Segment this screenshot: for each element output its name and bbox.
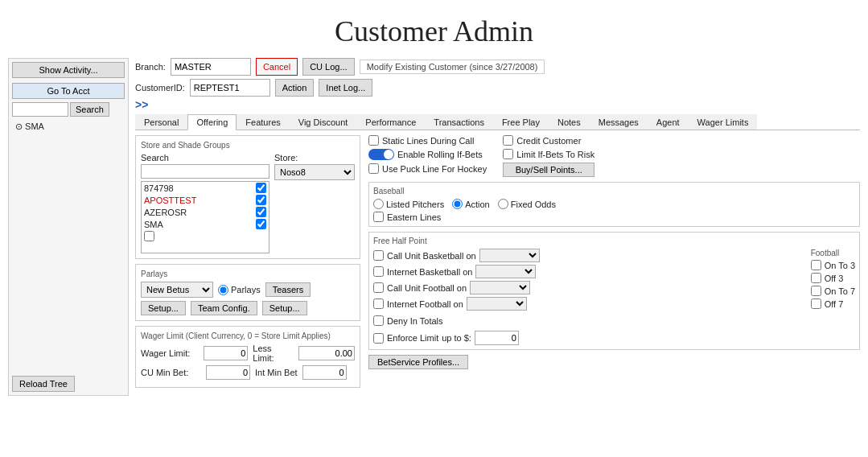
tab-personal[interactable]: Personal [135,114,187,130]
shade-checkbox-0[interactable] [256,183,266,193]
team-config-button[interactable]: Team Config. [191,301,257,315]
tab-notes[interactable]: Notes [549,114,590,130]
listed-pitchers-radio: Listed Pitchers [373,199,444,209]
static-lines-checkbox[interactable] [368,135,379,146]
tab-transactions[interactable]: Transactions [425,114,493,130]
call-unit-football-checkbox[interactable] [373,282,384,293]
credit-customer-checkbox[interactable] [503,135,513,146]
cu-log-button[interactable]: CU Log... [302,58,354,76]
free-half-title: Free Half Point [373,237,855,245]
tab-wager-limits[interactable]: Wager Limits [689,114,758,130]
parlays-select[interactable]: New Betus [141,282,213,298]
parlays-section: Parlays New Betus Parlays Teasers [135,264,360,321]
customer-id-input[interactable] [190,79,270,97]
go-to-acct-button[interactable]: Go To Acct [12,83,125,99]
cu-min-bet-input[interactable] [206,365,250,380]
less-limit-label: Less Limit: [253,344,294,363]
store-shade-section: Store and Shade Groups Search 874798 [135,135,360,259]
int-min-bet-input[interactable] [302,365,347,380]
store-select[interactable]: Noso8 [274,164,355,180]
call-unit-basketball-checkbox[interactable] [373,250,384,261]
inet-log-button[interactable]: Inet Log... [319,79,372,97]
top-bar-row1: Branch: Cancel CU Log... Modify Existing… [135,58,860,76]
tab-content: Store and Shade Groups Search 874798 [135,135,860,388]
reload-tree-button[interactable]: Reload Tree [12,376,75,392]
call-unit-basketball-dropdown[interactable] [479,249,540,262]
list-item: APOSTTEST [142,194,269,206]
listed-pitchers-radio-input[interactable] [373,199,384,209]
parlays-radio-input[interactable] [218,285,228,295]
cu-min-bet-label: CU Min Bet: [141,368,201,377]
internet-basketball-dropdown[interactable] [475,265,536,278]
branch-input[interactable] [171,58,251,76]
tab-vig-discount[interactable]: Vig Discount [290,114,357,130]
wager-limit-section: Wager Limit (Client Currency, 0 = Store … [135,326,360,388]
modify-text: Modify Existing Customer (since 3/27/200… [360,60,545,74]
sidebar-search-input[interactable] [12,102,68,117]
action-button[interactable]: Action [275,79,315,97]
call-unit-football-dropdown[interactable] [470,281,530,294]
fixed-odds-radio-input[interactable] [498,199,508,209]
cancel-button[interactable]: Cancel [256,58,298,76]
deny-totals: Deny In Totals [373,315,801,326]
shade-checkbox-3[interactable] [256,219,266,229]
off-3-checkbox[interactable] [811,273,821,283]
page-title: Customer Admin [0,0,868,58]
shade-search-input[interactable] [141,164,269,179]
buy-sell-button[interactable]: Buy/Sell Points... [503,163,594,177]
use-puck-checkbox[interactable] [368,163,379,174]
credit-customer-option: Credit Customer [503,135,594,146]
wager-limit-input[interactable] [204,346,248,360]
list-item: SMA [142,218,269,230]
on-to-3-checkbox[interactable] [811,260,821,270]
use-puck-option: Use Puck Line For Hockey [368,163,487,174]
tab-features[interactable]: Features [237,114,289,130]
list-item: 874798 [142,182,269,194]
on-to-7-checkbox[interactable] [811,286,821,296]
parlays-radio: Parlays [218,285,261,295]
enable-rolling-toggle[interactable] [368,149,394,160]
deny-totals-checkbox[interactable] [373,315,384,326]
action-radio: Action [452,199,490,209]
tree-item-sma[interactable]: ⊙ SMA [12,120,125,134]
call-unit-basketball: Call Unit Basketball on [373,249,801,262]
options-area: Static Lines During Call Enable Rolling … [368,135,860,177]
free-half-section: Free Half Point Call Unit Basketball on [368,232,860,350]
baseball-section: Baseball Listed Pitchers Action [368,182,860,227]
teasers-button[interactable]: Teasers [265,282,311,297]
shade-checkbox-2[interactable] [256,207,266,217]
internet-basketball-checkbox[interactable] [373,266,384,277]
internet-football-dropdown[interactable] [467,297,527,311]
internet-basketball: Internet Basketball on [373,265,801,278]
shade-search-label: Search [141,153,269,163]
enforce-limit: Enforce Limit up to $: [373,331,801,345]
enforce-limit-checkbox[interactable] [373,333,384,344]
eastern-lines-option: Eastern Lines [373,212,855,222]
enforce-limit-input[interactable] [475,331,519,345]
tab-performance[interactable]: Performance [356,114,425,130]
on-to-3-option: On To 3 [811,260,855,270]
baseball-title: Baseball [373,187,855,196]
tab-agent[interactable]: Agent [648,114,689,130]
eastern-lines-checkbox[interactable] [373,212,384,222]
tab-offering[interactable]: Offering [187,114,237,130]
tab-free-play[interactable]: Free Play [493,114,549,130]
shade-checkbox-4[interactable] [144,231,154,241]
setup2-button[interactable]: Setup... [262,301,307,315]
tab-messages[interactable]: Messages [590,114,648,130]
list-item [142,230,269,242]
action-radio-input[interactable] [452,199,463,209]
less-limit-input[interactable] [298,346,355,360]
bet-service-button[interactable]: BetService Profiles... [368,355,468,369]
expand-arrow[interactable]: >> [135,98,148,111]
list-item: AZEROSR [142,206,269,218]
sidebar-search-button[interactable]: Search [70,102,109,117]
limit-if-bets-checkbox[interactable] [503,149,513,159]
internet-football-checkbox[interactable] [373,298,384,309]
shade-checkbox-1[interactable] [256,195,266,205]
setup-button[interactable]: Setup... [141,301,186,315]
show-activity-button[interactable]: Show Activity... [12,62,125,78]
wager-limit-title: Wager Limit (Client Currency, 0 = Store … [141,331,355,340]
parlays-title: Parlays [141,270,355,278]
off-7-checkbox[interactable] [811,298,821,309]
